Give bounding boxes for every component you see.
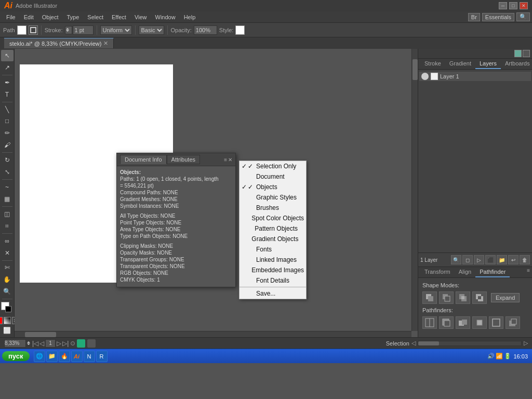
menu-view[interactable]: View — [130, 13, 151, 21]
scroll-thumb-h[interactable] — [25, 332, 56, 337]
canvas-scrollbar-v[interactable] — [411, 49, 418, 331]
scale-tool[interactable]: ⤡ — [1, 166, 14, 178]
dropdown-item-spot-color[interactable]: Spot Color Objects — [240, 213, 306, 223]
dropdown-item-font-details[interactable]: Font Details — [240, 275, 306, 286]
gradient-tool[interactable]: ◫ — [1, 208, 14, 220]
menu-effect[interactable]: Effect — [108, 13, 130, 21]
menu-file[interactable]: File — [2, 13, 20, 21]
bridge-button[interactable]: Br — [468, 13, 480, 21]
opacity-input[interactable] — [194, 25, 217, 35]
menu-edit[interactable]: Edit — [20, 13, 38, 21]
taskbar-ai-icon[interactable]: Ai — [71, 351, 83, 362]
dropdown-item-linked-images[interactable]: Linked Images — [240, 255, 306, 265]
dropdown-item-save[interactable]: Save... — [240, 288, 306, 299]
dropdown-item-embedded-images[interactable]: Embedded Images — [240, 265, 306, 275]
basic-select[interactable]: Basic — [139, 25, 164, 35]
uniform-select[interactable]: Uniform — [100, 25, 132, 35]
dialog-close-icon[interactable]: ✕ — [228, 157, 232, 163]
first-page-btn[interactable]: |◁ — [32, 340, 38, 347]
tab-align[interactable]: Align — [455, 267, 475, 277]
canvas-scrollbar-h[interactable] — [15, 331, 411, 337]
dropdown-item-pattern[interactable]: Pattern Objects — [240, 223, 306, 234]
doc-info-tab-document-info[interactable]: Document Info — [120, 155, 167, 164]
direct-selection-tool[interactable]: ↗ — [1, 62, 14, 73]
tab-stroke[interactable]: Stroke — [420, 59, 445, 69]
dropdown-item-document[interactable]: Document — [240, 171, 306, 182]
taskbar-icon-5[interactable]: N — [84, 351, 95, 362]
workspace-button[interactable]: Essentials — [482, 13, 514, 21]
pen-tool[interactable]: ✒ — [1, 77, 14, 88]
menu-type[interactable]: Type — [63, 13, 84, 21]
taskbar-icon-6[interactable]: R — [96, 351, 108, 362]
style-swatch[interactable] — [235, 25, 245, 35]
layers-stop-btn[interactable]: ⬛ — [485, 255, 496, 264]
minus-back-btn[interactable] — [506, 316, 520, 329]
trim-btn[interactable] — [439, 316, 454, 329]
line-tool[interactable]: ╲ — [1, 104, 14, 115]
dialog-menu-icon[interactable]: ≡ — [224, 157, 227, 163]
panel-color-icon[interactable] — [514, 50, 522, 57]
close-button[interactable]: ✕ — [520, 2, 528, 9]
tab-pathfinder[interactable]: Pathfinder — [475, 267, 510, 277]
minimize-button[interactable]: ─ — [499, 2, 507, 9]
layers-search-btn[interactable]: 🔍 — [451, 255, 461, 264]
rect-tool[interactable]: □ — [1, 116, 14, 127]
paintbrush-tool[interactable]: 🖌 — [1, 139, 14, 151]
tab-layers[interactable]: Layers — [475, 59, 501, 69]
layers-delete-btn[interactable]: 🗑 — [520, 255, 530, 264]
color-btn[interactable] — [0, 317, 3, 324]
start-button[interactable]: пуск — [2, 351, 30, 361]
stroke-swatch[interactable] — [29, 25, 38, 35]
tp-menu-icon[interactable]: ≡ — [527, 268, 530, 273]
stop-btn[interactable] — [87, 339, 96, 348]
prev-page-btn[interactable]: ◁ — [39, 340, 44, 347]
dropdown-item-selection-only[interactable]: ✓ Selection Only — [240, 161, 306, 171]
dropdown-item-brushes[interactable]: Brushes — [240, 203, 306, 213]
rotate-tool[interactable]: ↻ — [1, 154, 14, 166]
page-number-input[interactable] — [45, 339, 56, 348]
maximize-button[interactable]: □ — [509, 2, 517, 9]
doc-tab[interactable]: steklo.ai* @ 8,33% (CMYK/Preview) ✕ — [4, 38, 114, 48]
menu-window[interactable]: Window — [151, 13, 180, 21]
taskbar-icon-1[interactable]: 🌐 — [34, 351, 45, 362]
artboard-tool[interactable]: ⬜ — [1, 325, 14, 336]
divide-btn[interactable] — [422, 316, 437, 329]
layer-lock-icon[interactable] — [431, 73, 438, 80]
layer-visibility-icon[interactable] — [421, 73, 429, 80]
scroll-left-btn[interactable]: ◁ — [411, 340, 416, 347]
blend-tool[interactable]: ∞ — [1, 235, 14, 247]
scroll-thumb-v[interactable] — [413, 59, 418, 80]
type-tool[interactable]: T — [1, 89, 14, 100]
zoom-tool[interactable]: 🔍 — [1, 286, 14, 297]
menu-help[interactable]: Help — [180, 13, 200, 21]
intersect-btn[interactable] — [456, 291, 470, 304]
search-button[interactable]: 🔍 — [516, 12, 530, 21]
outline-btn[interactable] — [489, 316, 503, 329]
tab-artboards[interactable]: Artboards — [501, 59, 532, 69]
layers-folder-btn[interactable]: 📁 — [497, 255, 507, 264]
graph-tool[interactable]: ▦ — [1, 193, 14, 205]
taskbar-icon-3[interactable]: 🔥 — [59, 351, 70, 362]
dropdown-item-objects[interactable]: ✓ Objects — [240, 182, 306, 192]
stroke-spinner[interactable] — [65, 26, 72, 34]
menu-select[interactable]: Select — [83, 13, 108, 21]
unite-btn[interactable] — [422, 291, 437, 304]
crop-btn[interactable] — [472, 316, 487, 329]
pencil-tool[interactable]: ✏ — [1, 127, 14, 139]
bg-color-swatch[interactable] — [5, 306, 11, 312]
exclude-btn[interactable] — [472, 291, 487, 304]
layers-options-btn[interactable]: ▷ — [474, 255, 484, 264]
tab-gradient[interactable]: Gradient — [445, 59, 475, 69]
warp-tool[interactable]: ~ — [1, 181, 14, 193]
minus-front-btn[interactable] — [439, 291, 454, 304]
layers-back-btn[interactable]: ↩ — [508, 255, 518, 264]
dropdown-item-graphic-styles[interactable]: Graphic Styles — [240, 192, 306, 203]
doc-tab-close-icon[interactable]: ✕ — [103, 40, 108, 47]
eyedropper-tool[interactable]: ✕ — [1, 247, 14, 259]
selection-tool[interactable]: ↖ — [1, 50, 14, 61]
layers-new-btn[interactable]: ◻ — [462, 255, 473, 264]
fill-swatch[interactable] — [17, 25, 26, 35]
dropdown-item-fonts[interactable]: Fonts — [240, 244, 306, 255]
next-page-btn[interactable]: ▷ — [57, 340, 61, 347]
play-btn[interactable] — [77, 339, 85, 348]
